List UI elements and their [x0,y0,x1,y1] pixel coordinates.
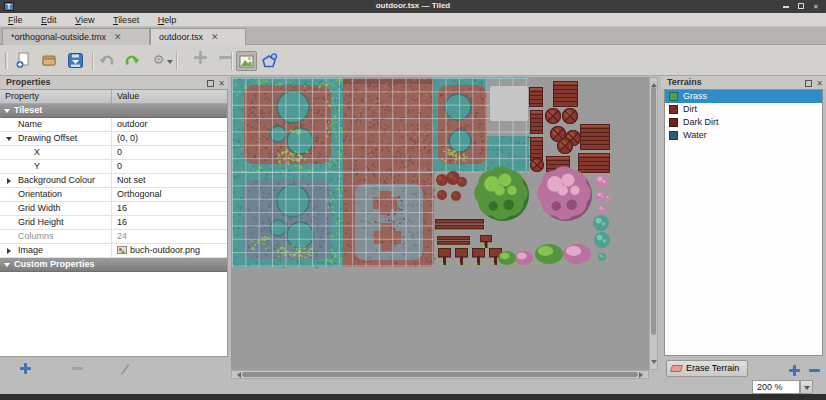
undo-button[interactable] [96,51,117,71]
properties-table: Property Value Tileset Name outdoor Draw… [0,89,228,357]
save-button[interactable] [65,51,86,71]
toolbar-handle[interactable] [5,52,8,69]
terrain-item-grass[interactable]: Grass [665,90,822,103]
property-value[interactable]: outdoor [112,118,227,131]
property-row-orientation[interactable]: Orientation Orthogonal [0,188,227,202]
terrain-item-water[interactable]: Water [665,129,822,142]
float-panel-icon[interactable] [805,80,812,87]
terrain-swatch [669,118,678,127]
property-value[interactable]: Orthogonal [112,188,227,201]
terrains-toolbar: Erase Terrain 200 % [661,359,826,394]
close-panel-icon[interactable]: ✕ [218,79,225,88]
zoom-select[interactable]: 200 % [752,380,800,394]
tab-outdoor[interactable]: outdoor.tsx✕ [150,28,246,46]
property-row-grid-height[interactable]: Grid Height 16 [0,216,227,230]
property-value[interactable]: buch-outdoor.png [112,244,227,257]
collision-editor-button[interactable] [259,51,280,71]
close-button[interactable]: ✕ [810,2,822,11]
property-row-y[interactable]: Y 0 [0,160,227,174]
chevron-down-icon [167,60,173,67]
minimize-button[interactable] [780,2,792,11]
property-row-x[interactable]: X 0 [0,146,227,160]
erase-terrain-button[interactable]: Erase Terrain [666,360,748,377]
terrain-mode-button[interactable] [236,51,257,71]
terrain-list: Grass Dirt Dark Dirt Water [664,89,823,356]
scrollbar-thumb[interactable] [651,87,656,335]
properties-toolbar [0,357,228,394]
property-value[interactable]: 0 [112,160,227,173]
pencil-icon [120,364,129,376]
float-panel-icon[interactable] [207,80,214,87]
property-row-grid-width[interactable]: Grid Width 16 [0,202,227,216]
terrains-panel-title: Terrains [661,76,826,89]
vertical-scrollbar[interactable] [649,77,658,370]
expand-arrow-icon[interactable] [6,137,12,144]
close-panel-icon[interactable]: ✕ [816,79,823,88]
add-terrain-button[interactable] [789,365,801,377]
property-group-tileset[interactable]: Tileset [0,104,227,118]
new-document-button[interactable] [13,51,34,71]
minus-icon [72,367,83,370]
scroll-down-icon[interactable] [651,360,657,367]
menu-item-file[interactable]: File [0,13,31,27]
column-header-property: Property [0,90,112,103]
commands-gear-icon: ⚙ [153,52,165,67]
property-group-custom-properties[interactable]: Custom Properties [0,258,227,272]
terrain-swatch [669,131,678,140]
property-row-image[interactable]: Image buch-outdoor.png [0,244,227,258]
add-tiles-button[interactable] [183,51,204,71]
commands-button[interactable]: ⚙ [148,51,169,71]
expand-arrow-icon[interactable] [7,248,14,254]
open-file-button[interactable] [39,51,60,71]
collision-editor-icon [261,52,278,69]
terrain-item-dark-dirt[interactable]: Dark Dirt [665,116,822,129]
property-value[interactable]: 0 [112,146,227,159]
undo-icon [98,52,115,69]
terrain-swatch [669,92,678,101]
property-row-background-colour[interactable]: Background Colour Not set [0,174,227,188]
table-header-row: Property Value [0,90,227,104]
terrain-item-dirt[interactable]: Dirt [665,103,822,116]
zoom-dropdown-button[interactable] [800,380,813,394]
property-value[interactable]: 16 [112,202,227,215]
property-row-columns[interactable]: Columns 24 [0,230,227,244]
expand-arrow-icon[interactable] [4,263,10,270]
scroll-right-icon[interactable] [639,372,646,378]
toolbar-separator [231,52,233,70]
scroll-left-icon[interactable] [234,372,241,378]
menu-item-edit[interactable]: Edit [33,13,65,27]
menu-item-help[interactable]: Help [150,13,185,27]
remove-terrain-button[interactable] [809,365,821,377]
redo-button[interactable] [122,51,143,71]
column-header-value: Value [112,90,227,103]
eraser-icon [670,365,683,372]
remove-property-button[interactable] [72,363,84,375]
remove-tiles-button[interactable] [208,51,229,71]
scroll-up-icon[interactable] [651,80,657,87]
property-row-name[interactable]: Name outdoor [0,118,227,132]
expand-arrow-icon[interactable] [7,178,14,184]
tileset-image[interactable] [231,77,649,370]
tab-close-icon[interactable]: ✕ [211,29,219,45]
redo-icon [124,52,141,69]
open-folder-icon [41,52,58,69]
tileset-view [228,76,661,394]
expand-arrow-icon[interactable] [4,109,10,116]
image-file-icon [117,246,127,254]
menu-item-tileset[interactable]: Tileset [105,13,147,27]
window-title: outdoor.tsx — Tiled [0,1,826,10]
property-value[interactable]: (0, 0) [112,132,227,145]
add-property-button[interactable] [20,363,32,375]
tab-close-icon[interactable]: ✕ [114,29,122,45]
maximize-button[interactable] [795,2,807,11]
property-value[interactable]: Not set [112,174,227,187]
minus-icon [809,369,820,372]
edit-property-button[interactable] [122,363,134,375]
property-value[interactable]: 16 [112,216,227,229]
menu-item-view[interactable]: View [67,13,102,27]
property-row-drawing-offset[interactable]: Drawing Offset (0, 0) [0,132,227,146]
properties-panel-title: Properties [0,76,228,89]
tab-orthogonal-outside[interactable]: *orthogonal-outside.tmx✕ [2,28,150,45]
horizontal-scrollbar[interactable] [231,370,649,379]
scrollbar-thumb[interactable] [242,372,638,377]
